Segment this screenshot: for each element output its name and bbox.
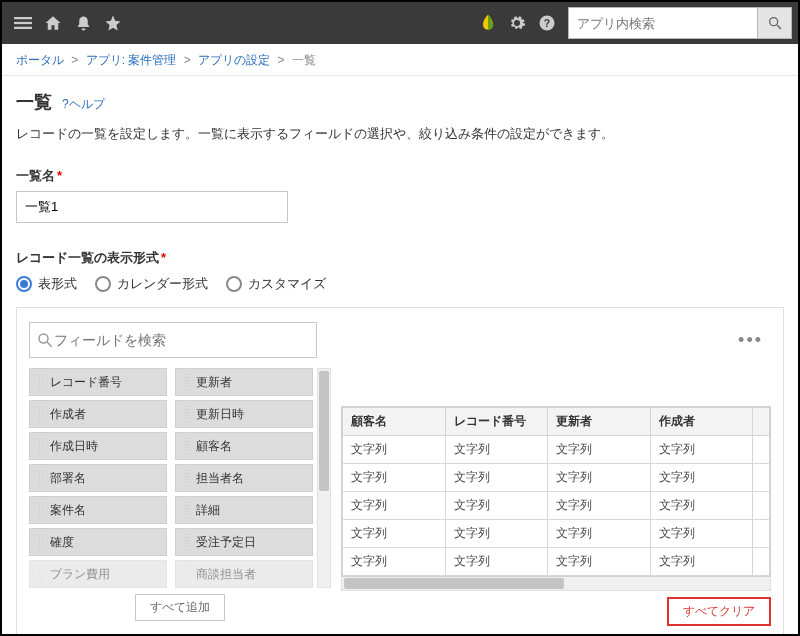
home-icon[interactable]: [38, 8, 68, 38]
field-chip[interactable]: レコード番号: [29, 368, 167, 396]
field-chip[interactable]: 確度: [29, 528, 167, 556]
table-cell: 文字列: [548, 548, 651, 576]
table-cell: 文字列: [343, 520, 446, 548]
table-header: 作成者: [650, 408, 753, 436]
clear-all-button[interactable]: すべてクリア: [667, 597, 771, 626]
breadcrumb-settings[interactable]: アプリの設定: [198, 53, 270, 67]
field-chip[interactable]: 受注予定日: [175, 528, 313, 556]
table-cell: 文字列: [343, 492, 446, 520]
star-icon[interactable]: [98, 8, 128, 38]
radio-calendar-format[interactable]: カレンダー形式: [95, 275, 208, 293]
bell-icon[interactable]: [68, 8, 98, 38]
app-logo-icon: [474, 9, 502, 37]
display-format-label: レコード一覧の表示形式*: [16, 249, 784, 267]
field-chip[interactable]: 作成日時: [29, 432, 167, 460]
more-options-icon[interactable]: •••: [730, 326, 771, 355]
table-header: 顧客名: [343, 408, 446, 436]
table-cell: 文字列: [548, 464, 651, 492]
topbar: ?: [2, 2, 798, 44]
table-cell: 文字列: [343, 548, 446, 576]
radio-table-format[interactable]: 表形式: [16, 275, 77, 293]
table-header: 更新者: [548, 408, 651, 436]
list-name-label: 一覧名*: [16, 167, 784, 185]
table-hscrollbar[interactable]: [341, 577, 771, 591]
global-search-input[interactable]: [568, 7, 758, 39]
field-chip[interactable]: 案件名: [29, 496, 167, 524]
table-cell: 文字列: [445, 548, 548, 576]
field-chip[interactable]: 更新日時: [175, 400, 313, 428]
table-cell: 文字列: [548, 520, 651, 548]
breadcrumb-current: 一覧: [292, 53, 316, 67]
field-chip[interactable]: 担当者名: [175, 464, 313, 492]
field-chip[interactable]: 顧客名: [175, 432, 313, 460]
field-chip[interactable]: 詳細: [175, 496, 313, 524]
table-cell: 文字列: [343, 464, 446, 492]
field-scrollbar[interactable]: [317, 368, 331, 588]
menu-icon[interactable]: [8, 8, 38, 38]
table-cell: 文字列: [650, 520, 753, 548]
table-row: 文字列文字列文字列文字列: [343, 436, 770, 464]
table-cell: 文字列: [445, 520, 548, 548]
breadcrumb: ポータル > アプリ: 案件管理 > アプリの設定 > 一覧: [2, 44, 798, 76]
table-cell: 文字列: [445, 464, 548, 492]
radio-custom-format[interactable]: カスタマイズ: [226, 275, 326, 293]
svg-point-5: [769, 18, 777, 26]
field-chip[interactable]: プラン費用: [29, 560, 167, 588]
field-search-wrap: [29, 322, 317, 358]
gear-icon[interactable]: [502, 8, 532, 38]
global-search-button[interactable]: [758, 7, 792, 39]
table-cell: 文字列: [343, 436, 446, 464]
svg-rect-2: [14, 27, 32, 29]
page-title: 一覧: [16, 90, 52, 114]
add-all-button[interactable]: すべて追加: [135, 594, 225, 621]
table-cell: 文字列: [445, 436, 548, 464]
breadcrumb-app[interactable]: アプリ: 案件管理: [86, 53, 177, 67]
table-cell: 文字列: [445, 492, 548, 520]
search-icon: [36, 331, 54, 349]
table-row: 文字列文字列文字列文字列: [343, 492, 770, 520]
preview-table: 顧客名レコード番号更新者作成者 文字列文字列文字列文字列文字列文字列文字列文字列…: [342, 407, 770, 576]
table-cell: 文字列: [548, 436, 651, 464]
table-cell: 文字列: [650, 492, 753, 520]
field-chip[interactable]: 部署名: [29, 464, 167, 492]
table-row: 文字列文字列文字列文字列: [343, 520, 770, 548]
svg-text:?: ?: [544, 17, 550, 29]
svg-rect-1: [14, 22, 32, 24]
table-row: 文字列文字列文字列文字列: [343, 464, 770, 492]
field-search-input[interactable]: [54, 332, 310, 348]
field-chip[interactable]: 更新者: [175, 368, 313, 396]
page-description: レコードの一覧を設定します。一覧に表示するフィールドの選択や、絞り込み条件の設定…: [16, 126, 784, 143]
field-chip[interactable]: 作成者: [29, 400, 167, 428]
field-chip[interactable]: 商談担当者: [175, 560, 313, 588]
help-link[interactable]: ?ヘルプ: [62, 96, 105, 113]
table-cell: 文字列: [548, 492, 651, 520]
svg-point-7: [39, 334, 48, 343]
table-cell: 文字列: [650, 464, 753, 492]
svg-line-8: [47, 342, 52, 347]
table-header: レコード番号: [445, 408, 548, 436]
table-cell: 文字列: [650, 436, 753, 464]
field-config-panel: ••• レコード番号作成者作成日時部署名案件名確度プラン費用更新者更新日時顧客名…: [16, 307, 784, 635]
table-cell: 文字列: [650, 548, 753, 576]
svg-rect-0: [14, 17, 32, 19]
help-icon[interactable]: ?: [532, 8, 562, 38]
svg-line-6: [777, 25, 781, 29]
list-name-input[interactable]: [16, 191, 288, 223]
table-row: 文字列文字列文字列文字列: [343, 548, 770, 576]
breadcrumb-portal[interactable]: ポータル: [16, 53, 64, 67]
